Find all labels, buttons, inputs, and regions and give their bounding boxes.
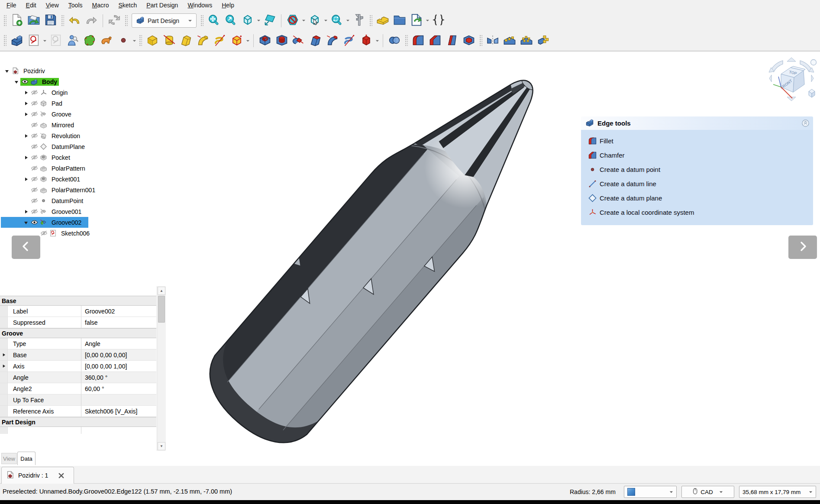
scroll-up-icon[interactable]: ▲ <box>158 287 165 295</box>
visibility-off-icon[interactable] <box>30 197 39 204</box>
workbench-selector[interactable]: Part Design <box>132 13 197 28</box>
visibility-off-icon[interactable] <box>30 89 39 96</box>
subtractive-helix-button[interactable] <box>341 32 358 49</box>
tree-expander-icon[interactable] <box>3 69 11 73</box>
visibility-off-icon[interactable] <box>30 110 39 118</box>
tree-item-polarpattern[interactable]: PolarPattern <box>1 163 92 174</box>
draft-button[interactable] <box>444 32 460 49</box>
create-body-button[interactable] <box>9 32 25 49</box>
document-tab-pozidriv[interactable]: Pozidriv : 1 <box>1 467 74 484</box>
viewport-3d[interactable]: PozidrivBodyOriginPadGrooveMirroredRevol… <box>0 51 820 466</box>
tree-expander-icon[interactable] <box>22 210 30 214</box>
property-value[interactable]: [0,00 0,00 1,00] <box>81 361 156 372</box>
property-group-groove[interactable]: Groove <box>0 328 156 338</box>
tree-expander-icon[interactable] <box>22 101 30 106</box>
menu-file[interactable]: File <box>2 1 21 10</box>
sync-view-dropdown-arrow[interactable] <box>345 12 350 29</box>
tree-expander-icon[interactable] <box>22 112 30 116</box>
tree-expander-icon[interactable] <box>22 134 30 138</box>
property-expander-icon[interactable] <box>0 361 8 372</box>
nav-next-button[interactable] <box>788 236 817 259</box>
save-document-button[interactable] <box>42 12 59 29</box>
create-sketch-dropdown-arrow[interactable] <box>42 32 47 49</box>
refresh-button[interactable] <box>106 12 123 29</box>
toolbar-drag-handle[interactable] <box>139 35 142 47</box>
mirrored-button[interactable] <box>484 32 501 49</box>
additive-loft-button[interactable] <box>178 32 194 49</box>
tab-data[interactable]: Data <box>17 452 36 465</box>
property-value[interactable]: Angle <box>81 338 156 349</box>
visibility-off-icon[interactable] <box>30 100 39 107</box>
tree-item-groove002[interactable]: Groove002 <box>1 217 88 228</box>
menu-edit[interactable]: Edit <box>21 1 41 10</box>
visibility-off-icon[interactable] <box>30 143 39 150</box>
tree-expander-icon[interactable] <box>22 90 30 95</box>
new-document-button[interactable] <box>9 12 25 29</box>
visibility-on-icon[interactable] <box>20 78 29 85</box>
tree-item-datumplane[interactable]: DatumPlane <box>1 141 92 152</box>
tree-expander-icon[interactable] <box>12 80 20 84</box>
scrollbar-thumb[interactable] <box>158 296 165 323</box>
clipping-plane-dropdown-arrow[interactable] <box>301 12 306 29</box>
tree-item-revolution[interactable]: Revolution <box>1 130 87 141</box>
shape-binder-button[interactable] <box>81 32 98 49</box>
collapse-panel-button[interactable] <box>801 119 810 128</box>
additive-primitive-dropdown-arrow[interactable] <box>245 32 250 49</box>
menu-windows[interactable]: Windows <box>183 1 217 10</box>
subtractive-loft-button[interactable] <box>307 32 324 49</box>
additive-helix-button[interactable] <box>212 32 228 49</box>
visibility-off-icon[interactable] <box>30 208 39 215</box>
menu-sketch[interactable]: Sketch <box>113 1 142 10</box>
tree-item-pocket001[interactable]: Pocket001 <box>1 174 87 184</box>
edge-tool-create-a-local-coordinate-system[interactable]: Create a local coordinate system <box>581 205 813 220</box>
menu-view[interactable]: View <box>41 1 64 10</box>
revolution-button[interactable] <box>161 32 178 49</box>
edge-tool-fillet[interactable]: Fillet <box>581 134 813 148</box>
toolbar-drag-handle[interactable] <box>125 15 128 27</box>
toolbar-drag-handle[interactable] <box>200 15 203 27</box>
edge-tool-chamfer[interactable]: Chamfer <box>581 148 813 162</box>
axonometric-view-dropdown-arrow[interactable] <box>256 12 261 29</box>
fillet-button[interactable] <box>410 32 426 49</box>
tree-item-body[interactable]: Body <box>1 76 64 87</box>
property-group-part-design[interactable]: Part Design <box>0 417 156 427</box>
undo-button[interactable] <box>66 12 83 29</box>
property-value[interactable] <box>81 394 156 405</box>
zoom-selection-button[interactable] <box>223 12 239 29</box>
create-sketch-button[interactable] <box>26 32 42 49</box>
menu-macro[interactable]: Macro <box>87 1 114 10</box>
axonometric-view-button[interactable] <box>239 12 256 29</box>
navigation-cube[interactable]: TOP FRONT <box>765 57 817 102</box>
toolbar-drag-handle[interactable] <box>405 35 408 47</box>
tree-item-origin[interactable]: Origin <box>1 87 74 98</box>
visibility-off-icon[interactable] <box>30 165 39 172</box>
navigation-style-select[interactable]: CAD <box>681 486 734 498</box>
toolbar-drag-handle[interactable] <box>369 15 372 27</box>
property-value[interactable]: [0,00 0,00 0,00] <box>81 349 156 360</box>
visibility-off-icon[interactable] <box>30 186 39 194</box>
nav-previous-button[interactable] <box>12 236 40 259</box>
measure-button[interactable] <box>351 12 367 29</box>
thickness-button[interactable] <box>461 32 477 49</box>
scroll-down-icon[interactable]: ▼ <box>158 442 165 450</box>
tree-item-pocket[interactable]: Pocket <box>1 152 77 163</box>
create-group-button[interactable] <box>391 12 408 29</box>
property-value[interactable]: Groove002 <box>81 306 156 317</box>
property-value[interactable]: 360,00 ° <box>81 372 156 383</box>
visibility-off-icon[interactable] <box>30 132 39 139</box>
tree-expander-icon[interactable] <box>22 177 30 181</box>
section-plane-button[interactable] <box>261 12 278 29</box>
navcube-up-arrow[interactable] <box>787 58 796 61</box>
clipping-plane-button[interactable] <box>284 12 301 29</box>
tree-item-pozidriv[interactable]: Pozidriv <box>1 65 52 76</box>
property-value[interactable]: false <box>81 317 156 328</box>
toolbar-drag-handle[interactable] <box>61 15 64 27</box>
tree-expander-icon[interactable] <box>22 220 30 225</box>
subtractive-primitive-dropdown-arrow[interactable] <box>375 32 380 49</box>
hole-button[interactable] <box>274 32 290 49</box>
multi-transform-button[interactable] <box>535 32 552 49</box>
map-sketch-button[interactable] <box>65 32 81 49</box>
select-view-button[interactable] <box>307 12 323 29</box>
select-view-dropdown-arrow[interactable] <box>323 12 328 29</box>
pocket-button[interactable] <box>257 32 273 49</box>
